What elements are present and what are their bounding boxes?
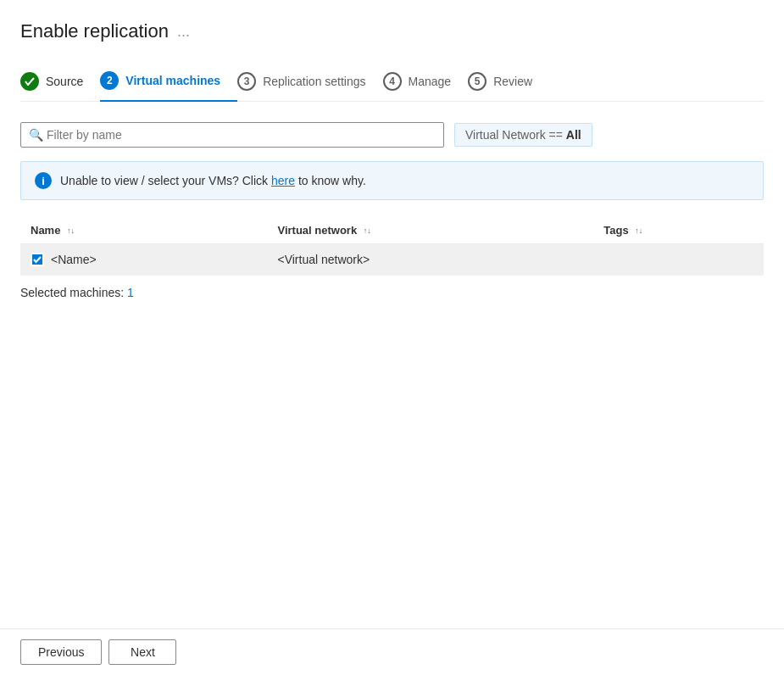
col-header-name: Name ↑↓: [20, 217, 267, 244]
vm-name: <Name>: [51, 253, 97, 266]
step-label-replication-settings: Replication settings: [263, 75, 365, 88]
wizard-step-review[interactable]: 5Review: [468, 64, 549, 101]
step-label-review: Review: [493, 75, 532, 88]
step-label-source: Source: [46, 75, 83, 88]
selected-machines-info: Selected machines: 1: [20, 286, 764, 299]
step-circle-manage: 4: [383, 72, 402, 91]
wizard-step-replication-settings[interactable]: 3Replication settings: [237, 64, 382, 101]
vm-table: Name ↑↓ Virtual network ↑↓ Tags ↑↓ <Name…: [20, 217, 764, 276]
info-icon: i: [35, 172, 52, 189]
info-link[interactable]: here: [271, 174, 295, 187]
info-text-before: Unable to view / select your VMs? Click: [60, 174, 271, 187]
selected-machines-count: 1: [127, 286, 134, 299]
step-circle-review: 5: [468, 72, 487, 91]
footer: Previous Next: [0, 628, 784, 675]
table-header-row: Name ↑↓ Virtual network ↑↓ Tags ↑↓: [20, 217, 764, 244]
table-row[interactable]: <Name><Virtual network>: [20, 244, 764, 276]
step-circle-source: [20, 72, 39, 91]
vm-virtual-network: <Virtual network>: [267, 244, 593, 276]
wizard-step-manage[interactable]: 4Manage: [383, 64, 469, 101]
name-sort-icon[interactable]: ↑↓: [67, 227, 75, 235]
step-label-virtual-machines: Virtual machines: [125, 74, 220, 87]
vnet-filter-badge[interactable]: Virtual Network == All: [454, 123, 592, 147]
selected-machines-label: Selected machines:: [20, 286, 124, 299]
step-label-manage: Manage: [409, 75, 452, 88]
vm-name-cell: <Name>: [20, 244, 267, 276]
info-text-after: to know why.: [295, 174, 366, 187]
col-header-tags: Tags ↑↓: [593, 217, 764, 244]
step-circle-virtual-machines: 2: [100, 71, 119, 90]
vnet-filter-label: Virtual Network ==: [465, 128, 563, 142]
info-text: Unable to view / select your VMs? Click …: [60, 174, 366, 187]
page-title-dots: ...: [177, 23, 190, 41]
vm-checkbox[interactable]: [31, 253, 44, 266]
step-circle-replication-settings: 3: [237, 72, 256, 91]
vnet-sort-icon[interactable]: ↑↓: [364, 227, 371, 235]
page-title: Enable replication ...: [20, 20, 764, 42]
info-banner: i Unable to view / select your VMs? Clic…: [20, 161, 764, 200]
vnet-filter-value: All: [566, 128, 581, 142]
previous-button[interactable]: Previous: [20, 639, 102, 665]
next-button[interactable]: Next: [108, 639, 176, 665]
filter-bar: 🔍 Virtual Network == All: [20, 122, 764, 148]
search-input[interactable]: [20, 122, 444, 148]
col-header-virtual-network: Virtual network ↑↓: [267, 217, 593, 244]
wizard-step-source[interactable]: Source: [20, 64, 100, 101]
vm-tags: [593, 244, 764, 276]
wizard-step-virtual-machines[interactable]: 2Virtual machines: [100, 63, 237, 102]
search-icon: 🔍: [29, 128, 43, 142]
tags-sort-icon[interactable]: ↑↓: [635, 227, 642, 235]
wizard-steps: Source2Virtual machines3Replication sett…: [20, 63, 764, 102]
